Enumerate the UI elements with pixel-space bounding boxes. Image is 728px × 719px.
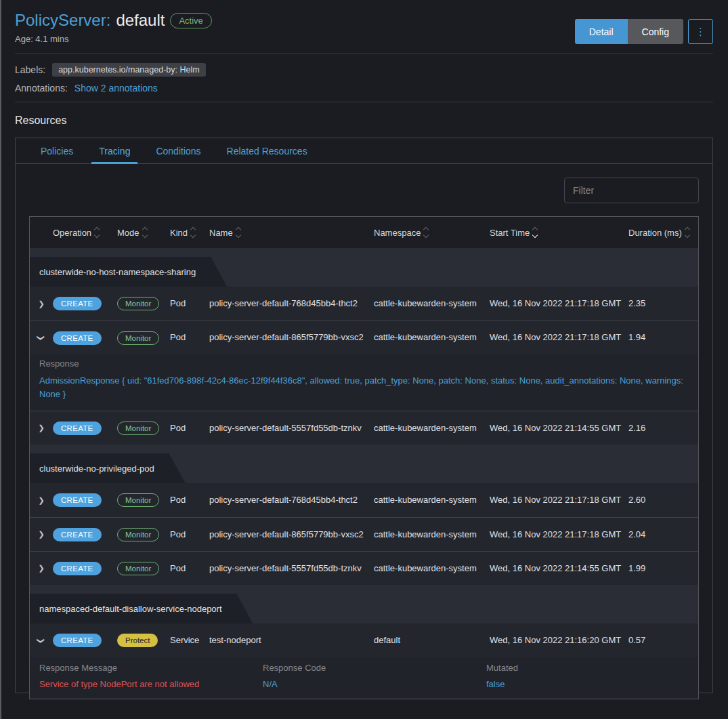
duration-cell: 2.35: [628, 294, 698, 313]
metadata-section: Labels: app.kubernetes.io/managed-by: He…: [15, 63, 713, 94]
expand-chevron-icon[interactable]: ❯: [38, 496, 44, 505]
operation-badge: CREATE: [53, 331, 102, 345]
table-row[interactable]: ❯ CREATE Monitor Pod policy-server-defau…: [30, 411, 698, 445]
response-value: AdmissionResponse { uid: "61fed706-898f-…: [39, 374, 689, 401]
duration-cell: 2.04: [628, 525, 698, 544]
sort-icon: [95, 228, 99, 237]
col-kind[interactable]: Kind: [170, 228, 209, 238]
namespace-cell: cattle-kubewarden-system: [374, 559, 490, 578]
kind-cell: Pod: [170, 328, 209, 347]
expand-chevron-icon[interactable]: ❯: [38, 530, 44, 539]
group-header: clusterwide-no-privileged-pod: [30, 445, 698, 483]
start-time-cell: Wed, 16 Nov 2022 21:14:55 GMT: [490, 419, 628, 438]
tab-policies[interactable]: Policies: [28, 138, 86, 163]
detail-button[interactable]: Detail: [575, 19, 628, 44]
operation-badge: CREATE: [53, 528, 102, 541]
start-time-cell: Wed, 16 Nov 2022 21:17:18 GMT: [490, 491, 628, 510]
annotations-label: Annotations:: [15, 83, 68, 94]
col-namespace[interactable]: Namespace: [374, 228, 490, 238]
table-row[interactable]: ❯ CREATE Monitor Pod policy-server-defau…: [30, 287, 698, 321]
operation-badge: CREATE: [53, 422, 102, 435]
collapse-chevron-icon[interactable]: ❯: [37, 638, 46, 644]
table-row[interactable]: ❯ CREATE Monitor Pod policy-server-defau…: [30, 483, 698, 517]
masthead: PolicyServer: default Active Age: 4.1 mi…: [15, 11, 713, 44]
table-row[interactable]: ❯ CREATE Monitor Pod policy-server-defau…: [30, 517, 698, 551]
expand-chevron-icon[interactable]: ❯: [38, 564, 44, 573]
col-start-time[interactable]: Start Time: [490, 228, 628, 238]
kind-cell: Pod: [170, 559, 209, 578]
divider: [15, 54, 713, 54]
duration-cell: 2.16: [628, 419, 698, 438]
filter-input[interactable]: [564, 178, 699, 203]
tab-conditions[interactable]: Conditions: [143, 138, 213, 163]
tab-tracing[interactable]: Tracing: [86, 138, 143, 163]
duration-cell: 1.99: [628, 559, 698, 578]
kind-cell: Pod: [170, 419, 209, 438]
operation-badge: CREATE: [53, 493, 102, 507]
row-expanded-detail: Response Message Service of type NodePor…: [30, 657, 698, 699]
operation-badge: CREATE: [53, 562, 102, 575]
group-header: clusterwide-no-host-namespace-sharing: [30, 248, 698, 287]
config-button[interactable]: Config: [628, 19, 683, 44]
row-expanded-detail: Response AdmissionResponse { uid: "61fed…: [30, 354, 698, 411]
sort-icon: [143, 228, 147, 237]
tabstrip: Policies Tracing Conditions Related Reso…: [16, 138, 712, 164]
name-cell: policy-server-default-768d45bb4-thct2: [209, 491, 374, 510]
group-header: namespaced-default-disallow-service-node…: [30, 585, 698, 623]
expand-chevron-icon[interactable]: ❯: [38, 300, 44, 308]
tracing-table: Operation Mode Kind Name: [29, 216, 699, 699]
response-message-value: Service of type NodePort are not allowed: [39, 679, 263, 689]
show-annotations-link[interactable]: Show 2 annotations: [74, 83, 158, 94]
col-mode[interactable]: Mode: [117, 228, 170, 238]
kind-cell: Service: [170, 631, 209, 650]
resources-panel: Policies Tracing Conditions Related Reso…: [15, 138, 713, 693]
response-message-label: Response Message: [39, 663, 263, 673]
policy-server-detail-page: PolicyServer: default Active Age: 4.1 mi…: [1, 0, 728, 693]
table-row[interactable]: ❯ CREATE Monitor Pod policy-server-defau…: [30, 551, 698, 585]
status-badge: Active: [170, 13, 211, 28]
tab-related-resources[interactable]: Related Resources: [214, 138, 320, 163]
operation-badge: CREATE: [53, 634, 102, 647]
group-title: namespaced-default-disallow-service-node…: [30, 594, 253, 623]
namespace-cell: default: [374, 631, 490, 650]
group-title: clusterwide-no-host-namespace-sharing: [30, 257, 227, 287]
mutated-value: false: [486, 679, 689, 689]
sort-icon: [236, 228, 240, 237]
resource-type-label: PolicyServer:: [15, 11, 110, 30]
sort-icon-active: [533, 228, 537, 237]
response-code-label: Response Code: [263, 663, 486, 673]
response-label: Response: [39, 358, 689, 369]
mutated-label: Mutated: [486, 663, 689, 673]
page-title: PolicyServer: default Active: [15, 11, 212, 30]
namespace-cell: cattle-kubewarden-system: [374, 491, 490, 510]
namespace-cell: cattle-kubewarden-system: [374, 525, 490, 544]
collapse-chevron-icon[interactable]: ❯: [37, 335, 46, 341]
mode-badge: Monitor: [117, 297, 159, 310]
start-time-cell: Wed, 16 Nov 2022 21:17:18 GMT: [490, 328, 628, 347]
resources-heading: Resources: [15, 115, 713, 127]
group-title: clusterwide-no-privileged-pod: [30, 453, 186, 483]
sort-icon: [685, 228, 689, 237]
response-code-value: N/A: [263, 679, 486, 689]
mode-badge: Monitor: [117, 528, 159, 541]
duration-cell: 1.94: [628, 328, 698, 347]
name-cell: policy-server-default-865f5779bb-vxsc2: [209, 328, 374, 347]
label-chip: app.kubernetes.io/managed-by: Helm: [52, 63, 205, 77]
table-row[interactable]: ❯ CREATE Protect Service test-nodeport d…: [30, 623, 698, 657]
col-name[interactable]: Name: [209, 228, 374, 238]
expand-chevron-icon[interactable]: ❯: [38, 424, 44, 432]
table-row[interactable]: ❯ CREATE Monitor Pod policy-server-defau…: [30, 321, 698, 354]
start-time-cell: Wed, 16 Nov 2022 21:17:18 GMT: [490, 525, 628, 544]
header-actions: Detail Config ⋮: [575, 19, 713, 44]
name-cell: policy-server-default-5557fd55db-tznkv: [209, 559, 374, 578]
duration-cell: 2.60: [628, 491, 698, 510]
col-operation[interactable]: Operation: [53, 228, 117, 238]
mode-badge: Protect: [117, 634, 158, 647]
col-duration[interactable]: Duration (ms): [628, 228, 698, 238]
mode-badge: Monitor: [117, 493, 159, 507]
table-header: Operation Mode Kind Name: [30, 217, 698, 248]
start-time-cell: Wed, 16 Nov 2022 21:16:20 GMT: [490, 631, 628, 650]
kebab-menu-icon[interactable]: ⋮: [688, 19, 713, 44]
duration-cell: 0.57: [628, 631, 698, 650]
kind-cell: Pod: [170, 294, 209, 313]
